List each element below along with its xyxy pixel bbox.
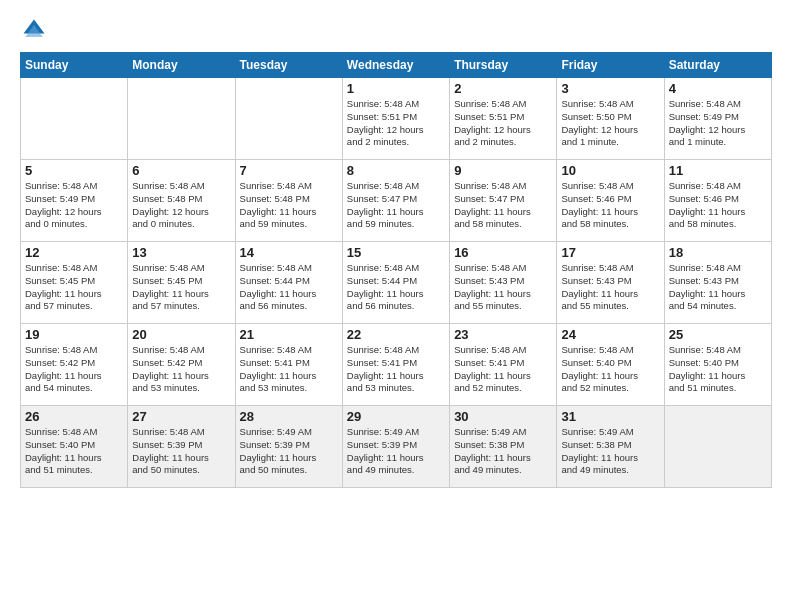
calendar-cell: 3Sunrise: 5:48 AM Sunset: 5:50 PM Daylig… (557, 78, 664, 160)
day-number: 9 (454, 163, 552, 178)
day-number: 11 (669, 163, 767, 178)
day-number: 26 (25, 409, 123, 424)
day-number: 24 (561, 327, 659, 342)
day-number: 21 (240, 327, 338, 342)
day-info: Sunrise: 5:48 AM Sunset: 5:49 PM Dayligh… (25, 180, 123, 231)
day-info: Sunrise: 5:48 AM Sunset: 5:43 PM Dayligh… (561, 262, 659, 313)
calendar-cell: 10Sunrise: 5:48 AM Sunset: 5:46 PM Dayli… (557, 160, 664, 242)
day-info: Sunrise: 5:48 AM Sunset: 5:41 PM Dayligh… (347, 344, 445, 395)
day-info: Sunrise: 5:48 AM Sunset: 5:44 PM Dayligh… (240, 262, 338, 313)
calendar-cell: 19Sunrise: 5:48 AM Sunset: 5:42 PM Dayli… (21, 324, 128, 406)
day-info: Sunrise: 5:49 AM Sunset: 5:39 PM Dayligh… (240, 426, 338, 477)
day-info: Sunrise: 5:49 AM Sunset: 5:38 PM Dayligh… (561, 426, 659, 477)
day-number: 13 (132, 245, 230, 260)
week-row-3: 19Sunrise: 5:48 AM Sunset: 5:42 PM Dayli… (21, 324, 772, 406)
header-row: SundayMondayTuesdayWednesdayThursdayFrid… (21, 53, 772, 78)
week-row-0: 1Sunrise: 5:48 AM Sunset: 5:51 PM Daylig… (21, 78, 772, 160)
day-info: Sunrise: 5:48 AM Sunset: 5:44 PM Dayligh… (347, 262, 445, 313)
day-info: Sunrise: 5:48 AM Sunset: 5:45 PM Dayligh… (132, 262, 230, 313)
calendar-table: SundayMondayTuesdayWednesdayThursdayFrid… (20, 52, 772, 488)
day-info: Sunrise: 5:48 AM Sunset: 5:40 PM Dayligh… (561, 344, 659, 395)
day-header-monday: Monday (128, 53, 235, 78)
day-number: 4 (669, 81, 767, 96)
calendar-cell: 11Sunrise: 5:48 AM Sunset: 5:46 PM Dayli… (664, 160, 771, 242)
calendar-cell: 17Sunrise: 5:48 AM Sunset: 5:43 PM Dayli… (557, 242, 664, 324)
calendar-cell: 22Sunrise: 5:48 AM Sunset: 5:41 PM Dayli… (342, 324, 449, 406)
day-info: Sunrise: 5:48 AM Sunset: 5:41 PM Dayligh… (454, 344, 552, 395)
day-info: Sunrise: 5:48 AM Sunset: 5:43 PM Dayligh… (454, 262, 552, 313)
calendar-cell: 25Sunrise: 5:48 AM Sunset: 5:40 PM Dayli… (664, 324, 771, 406)
day-info: Sunrise: 5:48 AM Sunset: 5:50 PM Dayligh… (561, 98, 659, 149)
day-number: 23 (454, 327, 552, 342)
calendar-cell: 21Sunrise: 5:48 AM Sunset: 5:41 PM Dayli… (235, 324, 342, 406)
day-info: Sunrise: 5:48 AM Sunset: 5:42 PM Dayligh… (132, 344, 230, 395)
day-header-friday: Friday (557, 53, 664, 78)
day-number: 6 (132, 163, 230, 178)
day-info: Sunrise: 5:48 AM Sunset: 5:49 PM Dayligh… (669, 98, 767, 149)
page: SundayMondayTuesdayWednesdayThursdayFrid… (0, 0, 792, 612)
day-number: 15 (347, 245, 445, 260)
day-number: 28 (240, 409, 338, 424)
week-row-4: 26Sunrise: 5:48 AM Sunset: 5:40 PM Dayli… (21, 406, 772, 488)
day-header-saturday: Saturday (664, 53, 771, 78)
calendar-cell (21, 78, 128, 160)
calendar-cell: 26Sunrise: 5:48 AM Sunset: 5:40 PM Dayli… (21, 406, 128, 488)
day-number: 2 (454, 81, 552, 96)
day-number: 31 (561, 409, 659, 424)
day-info: Sunrise: 5:48 AM Sunset: 5:46 PM Dayligh… (669, 180, 767, 231)
day-info: Sunrise: 5:48 AM Sunset: 5:48 PM Dayligh… (240, 180, 338, 231)
day-info: Sunrise: 5:48 AM Sunset: 5:51 PM Dayligh… (454, 98, 552, 149)
day-number: 29 (347, 409, 445, 424)
calendar-cell: 15Sunrise: 5:48 AM Sunset: 5:44 PM Dayli… (342, 242, 449, 324)
day-number: 17 (561, 245, 659, 260)
day-info: Sunrise: 5:48 AM Sunset: 5:51 PM Dayligh… (347, 98, 445, 149)
day-number: 18 (669, 245, 767, 260)
calendar-cell (664, 406, 771, 488)
day-number: 19 (25, 327, 123, 342)
day-info: Sunrise: 5:48 AM Sunset: 5:40 PM Dayligh… (669, 344, 767, 395)
day-number: 27 (132, 409, 230, 424)
calendar-cell: 7Sunrise: 5:48 AM Sunset: 5:48 PM Daylig… (235, 160, 342, 242)
day-info: Sunrise: 5:49 AM Sunset: 5:39 PM Dayligh… (347, 426, 445, 477)
calendar-cell: 12Sunrise: 5:48 AM Sunset: 5:45 PM Dayli… (21, 242, 128, 324)
calendar-cell: 16Sunrise: 5:48 AM Sunset: 5:43 PM Dayli… (450, 242, 557, 324)
day-info: Sunrise: 5:48 AM Sunset: 5:48 PM Dayligh… (132, 180, 230, 231)
day-header-sunday: Sunday (21, 53, 128, 78)
calendar-cell: 6Sunrise: 5:48 AM Sunset: 5:48 PM Daylig… (128, 160, 235, 242)
day-number: 20 (132, 327, 230, 342)
calendar-cell: 29Sunrise: 5:49 AM Sunset: 5:39 PM Dayli… (342, 406, 449, 488)
day-info: Sunrise: 5:48 AM Sunset: 5:43 PM Dayligh… (669, 262, 767, 313)
calendar-cell: 14Sunrise: 5:48 AM Sunset: 5:44 PM Dayli… (235, 242, 342, 324)
calendar-cell: 24Sunrise: 5:48 AM Sunset: 5:40 PM Dayli… (557, 324, 664, 406)
day-info: Sunrise: 5:48 AM Sunset: 5:47 PM Dayligh… (347, 180, 445, 231)
calendar-cell: 2Sunrise: 5:48 AM Sunset: 5:51 PM Daylig… (450, 78, 557, 160)
day-number: 3 (561, 81, 659, 96)
day-number: 1 (347, 81, 445, 96)
day-info: Sunrise: 5:48 AM Sunset: 5:45 PM Dayligh… (25, 262, 123, 313)
day-info: Sunrise: 5:48 AM Sunset: 5:41 PM Dayligh… (240, 344, 338, 395)
day-info: Sunrise: 5:48 AM Sunset: 5:47 PM Dayligh… (454, 180, 552, 231)
day-number: 7 (240, 163, 338, 178)
day-info: Sunrise: 5:48 AM Sunset: 5:42 PM Dayligh… (25, 344, 123, 395)
calendar-cell: 8Sunrise: 5:48 AM Sunset: 5:47 PM Daylig… (342, 160, 449, 242)
day-number: 12 (25, 245, 123, 260)
day-number: 14 (240, 245, 338, 260)
week-row-1: 5Sunrise: 5:48 AM Sunset: 5:49 PM Daylig… (21, 160, 772, 242)
calendar-cell: 30Sunrise: 5:49 AM Sunset: 5:38 PM Dayli… (450, 406, 557, 488)
calendar-cell (128, 78, 235, 160)
day-header-tuesday: Tuesday (235, 53, 342, 78)
header (20, 16, 772, 44)
calendar-cell: 4Sunrise: 5:48 AM Sunset: 5:49 PM Daylig… (664, 78, 771, 160)
day-info: Sunrise: 5:48 AM Sunset: 5:46 PM Dayligh… (561, 180, 659, 231)
calendar-cell: 13Sunrise: 5:48 AM Sunset: 5:45 PM Dayli… (128, 242, 235, 324)
logo (20, 16, 52, 44)
calendar-cell: 20Sunrise: 5:48 AM Sunset: 5:42 PM Dayli… (128, 324, 235, 406)
day-number: 5 (25, 163, 123, 178)
week-row-2: 12Sunrise: 5:48 AM Sunset: 5:45 PM Dayli… (21, 242, 772, 324)
day-header-thursday: Thursday (450, 53, 557, 78)
day-info: Sunrise: 5:48 AM Sunset: 5:40 PM Dayligh… (25, 426, 123, 477)
day-number: 8 (347, 163, 445, 178)
logo-icon (20, 16, 48, 44)
calendar-cell: 9Sunrise: 5:48 AM Sunset: 5:47 PM Daylig… (450, 160, 557, 242)
calendar-cell (235, 78, 342, 160)
